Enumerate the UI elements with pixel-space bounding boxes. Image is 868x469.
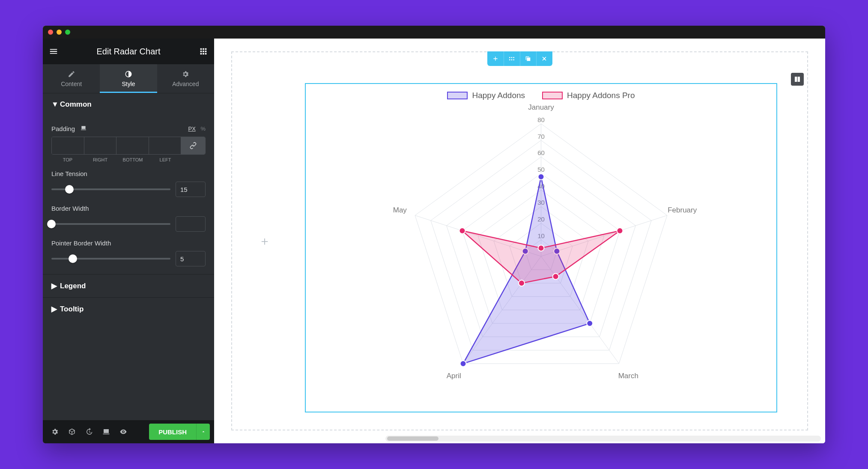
svg-point-4 xyxy=(511,59,513,60)
svg-point-0 xyxy=(509,57,510,58)
svg-point-30 xyxy=(617,228,623,234)
duplicate-section-icon[interactable] xyxy=(520,51,536,66)
link-values-button[interactable] xyxy=(181,137,205,154)
svg-text:March: March xyxy=(618,372,638,380)
svg-text:50: 50 xyxy=(537,166,545,173)
menu-icon[interactable] xyxy=(49,47,58,56)
section-legend-title: Legend xyxy=(60,282,86,290)
border-width-slider[interactable] xyxy=(51,223,170,225)
border-width-label: Border Width xyxy=(51,205,89,212)
radar-svg: 1020304050607080JanuaryFebruaryMarchApri… xyxy=(312,90,770,406)
section-legend: ▶ Legend xyxy=(43,274,214,297)
padding-top-input[interactable] xyxy=(52,137,84,154)
radar-widget[interactable]: Happy Addons Happy Addons Pro 1020304050… xyxy=(305,83,777,412)
padding-inputs xyxy=(51,137,206,155)
label-bottom: BOTTOM xyxy=(116,157,149,162)
panel-header: Edit Radar Chart xyxy=(43,39,214,64)
line-tension-label: Line Tension xyxy=(51,170,87,177)
edit-section-icon[interactable] xyxy=(504,51,520,66)
border-width-value[interactable] xyxy=(176,216,206,232)
panel-footer: PUBLISH xyxy=(43,420,214,443)
label-left: LEFT xyxy=(149,157,182,162)
line-tension-slider[interactable] xyxy=(51,188,170,190)
svg-point-1 xyxy=(511,57,513,58)
line-tension-value[interactable]: 15 xyxy=(176,182,206,197)
panel-title: Edit Radar Chart xyxy=(97,47,161,57)
unit-percent[interactable]: % xyxy=(200,125,206,132)
publish-caret-button[interactable] xyxy=(196,424,210,440)
padding-label: Padding xyxy=(51,125,75,132)
widgets-icon[interactable] xyxy=(199,47,208,56)
svg-point-5 xyxy=(513,59,514,60)
svg-text:60: 60 xyxy=(537,149,545,156)
section-common-title: Common xyxy=(60,100,92,109)
section-common: ▼ Common Padding PX % xyxy=(43,93,214,274)
scrollbar-thumb[interactable] xyxy=(387,436,438,441)
close-dot[interactable] xyxy=(48,30,53,35)
padding-left-input[interactable] xyxy=(149,137,182,154)
section-tooltip-title: Tooltip xyxy=(60,305,84,314)
svg-point-31 xyxy=(553,273,559,279)
label-right: RIGHT xyxy=(84,157,116,162)
svg-point-24 xyxy=(538,174,544,180)
editor-panel: Edit Radar Chart Content Style Advanced xyxy=(43,39,214,443)
preview-icon[interactable] xyxy=(116,424,131,439)
tab-advanced[interactable]: Advanced xyxy=(157,64,214,93)
caret-right-icon: ▶ xyxy=(51,281,56,290)
responsive-mode-icon[interactable] xyxy=(98,424,114,439)
unit-switch[interactable]: PX % xyxy=(188,125,206,132)
radar-chart: Happy Addons Happy Addons Pro 1020304050… xyxy=(312,90,770,406)
svg-point-29 xyxy=(538,245,544,251)
svg-point-33 xyxy=(459,228,465,234)
tab-style-label: Style xyxy=(122,81,135,87)
padding-bottom-input[interactable] xyxy=(116,137,149,154)
column-handle-icon[interactable] xyxy=(791,73,804,86)
padding-right-input[interactable] xyxy=(84,137,117,154)
tab-style[interactable]: Style xyxy=(100,64,157,93)
svg-text:80: 80 xyxy=(537,116,545,123)
pointer-border-value[interactable]: 5 xyxy=(176,251,206,266)
add-section-button[interactable]: ＋ xyxy=(257,233,272,249)
section-outline: ＋ Happy Addons Happy Addons Pro xyxy=(231,51,808,430)
section-tooltip: ▶ Tooltip xyxy=(43,297,214,320)
zoom-dot[interactable] xyxy=(65,30,70,35)
svg-point-2 xyxy=(513,57,514,58)
pointer-border-slider[interactable] xyxy=(51,258,170,260)
app-window: Edit Radar Chart Content Style Advanced xyxy=(43,26,825,443)
svg-point-27 xyxy=(460,361,466,367)
tab-advanced-label: Advanced xyxy=(172,81,199,87)
svg-text:January: January xyxy=(528,103,554,111)
padding-side-labels: TOP RIGHT BOTTOM LEFT xyxy=(51,157,206,162)
add-section-icon[interactable] xyxy=(487,51,504,66)
responsive-icon[interactable] xyxy=(80,125,87,132)
svg-text:70: 70 xyxy=(537,133,545,140)
history-icon[interactable] xyxy=(81,424,97,439)
section-toolbar xyxy=(487,51,552,66)
titlebar xyxy=(43,26,825,39)
caret-down-icon: ▼ xyxy=(51,100,56,109)
label-top: TOP xyxy=(51,157,84,162)
publish-button[interactable]: PUBLISH xyxy=(149,424,196,440)
tab-content[interactable]: Content xyxy=(43,64,100,93)
svg-point-32 xyxy=(519,280,525,286)
panel-tabs: Content Style Advanced xyxy=(43,64,214,93)
tab-content-label: Content xyxy=(61,81,82,87)
minimize-dot[interactable] xyxy=(57,30,62,35)
caret-right-icon: ▶ xyxy=(51,305,56,314)
section-legend-header[interactable]: ▶ Legend xyxy=(43,275,214,297)
navigator-icon[interactable] xyxy=(64,424,80,439)
unit-px[interactable]: PX xyxy=(188,125,195,132)
svg-text:February: February xyxy=(668,206,697,214)
section-common-header[interactable]: ▼ Common xyxy=(43,93,214,116)
section-tooltip-header[interactable]: ▶ Tooltip xyxy=(43,298,214,320)
settings-icon[interactable] xyxy=(47,424,63,439)
svg-text:May: May xyxy=(393,206,407,214)
svg-point-3 xyxy=(509,59,510,60)
svg-point-26 xyxy=(587,320,593,326)
pointer-border-label: Pointer Border Width xyxy=(51,239,111,247)
canvas[interactable]: ＋ Happy Addons Happy Addons Pro xyxy=(214,39,825,443)
horizontal-scrollbar[interactable] xyxy=(385,436,821,442)
delete-section-icon[interactable] xyxy=(536,51,552,66)
svg-text:April: April xyxy=(447,372,461,380)
